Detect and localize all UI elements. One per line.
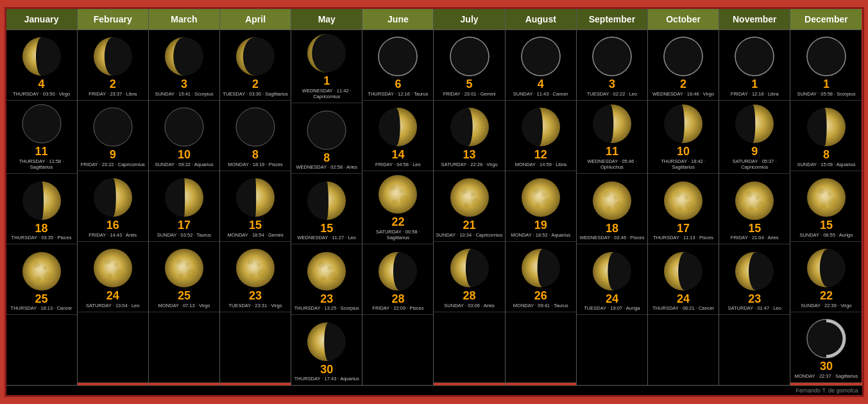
month-col-june: June6THURSDAY · 12:16 · Taurus14FRIDAY ·… <box>362 9 434 385</box>
moon-date-april-1: 8 <box>252 149 259 162</box>
moon-image-february-1 <box>92 106 133 147</box>
moon-info-july-2: SUNDAY · 10:34 · Capricornius <box>436 232 503 239</box>
moon-cell-march-4 <box>149 312 219 383</box>
moon-image-september-1 <box>591 103 633 144</box>
moon-info-february-3: SATURDAY · 13:04 · Leo <box>86 303 139 309</box>
moon-cell-july-4 <box>434 312 504 383</box>
moon-date-march-1: 10 <box>178 149 191 162</box>
moon-info-august-3: MONDAY · 09:41 · Taurus <box>513 303 568 309</box>
moon-info-september-1: WEDNESDAY · 05:46 · Ophiuchus <box>578 158 646 171</box>
moon-image-march-2 <box>164 177 205 218</box>
moon-date-february-0: 2 <box>110 78 116 91</box>
moon-image-july-1 <box>449 106 490 147</box>
moon-cell-february-1: 9FRIDAY · 23:22 · Capricornius <box>78 101 148 171</box>
moon-info-june-3: FRIDAY · 22:09 · Pisces <box>372 305 423 312</box>
moon-date-october-1: 10 <box>677 146 690 158</box>
moon-date-september-2: 18 <box>606 223 618 235</box>
moon-date-may-4: 30 <box>320 364 333 376</box>
moon-info-december-4: MONDAY · 22:37 · Sagittarius <box>794 373 858 380</box>
moon-info-august-2: MONDAY · 18:52 · Aquarius <box>511 232 570 239</box>
moon-info-february-1: FRIDAY · 23:22 · Capricornius <box>81 162 145 168</box>
moon-cell-october-0: 2WEDNESDAY · 18:46 · Virgo <box>648 30 719 101</box>
moon-date-june-1: 14 <box>391 149 404 162</box>
month-col-september: September3TUESDAY · 02:22 · Leo11WEDNESD… <box>577 9 648 385</box>
month-col-july: July5FRIDAY · 23:01 · Gemini13SATURDAY ·… <box>434 9 505 385</box>
moon-info-october-1: THURSDAY · 18:42 · Sagittarius <box>649 158 717 171</box>
moon-cell-november-2: 15FRIDAY · 21:04 · Aries <box>719 174 790 244</box>
moon-cell-august-2: 19MONDAY · 18:52 · Aquarius <box>506 171 576 242</box>
moon-date-august-0: 4 <box>538 78 544 91</box>
moon-info-march-1: SUNDAY · 09:22 · Aquarius <box>155 162 213 168</box>
moon-image-april-2 <box>235 177 276 218</box>
moon-image-february-3 <box>92 248 133 289</box>
moon-date-february-1: 9 <box>110 149 116 162</box>
moon-date-november-3: 23 <box>748 293 761 306</box>
moon-info-may-3: THURSDAY · 13:25 · Scorpius <box>294 305 359 312</box>
moon-image-july-3 <box>449 248 490 289</box>
moon-date-august-3: 26 <box>534 290 547 303</box>
moon-cell-august-4 <box>506 312 576 383</box>
moon-info-march-0: SUNDAY · 15:41 · Scorpius <box>155 91 213 97</box>
moon-info-january-2: THURSDAY · 03:35 · Pisces <box>12 235 72 241</box>
moon-cell-january-0: 4THURSDAY · 03:50 · Virgo <box>6 30 77 101</box>
month-header-april: April <box>220 9 291 30</box>
moon-date-may-2: 15 <box>320 223 333 235</box>
moon-cell-july-1: 13SATURDAY · 22:28 · Virgo <box>434 101 504 171</box>
moon-date-march-3: 25 <box>178 290 191 303</box>
moon-info-january-0: THURSDAY · 03:50 · Virgo <box>13 91 70 97</box>
moon-image-july-0 <box>449 36 490 77</box>
moon-image-january-3 <box>21 251 62 292</box>
moon-info-october-3: THURSDAY · 08:21 · Cancer <box>652 305 714 312</box>
moon-info-september-2: WEDNESDAY · 02:46 · Pisces <box>579 235 644 241</box>
moon-cell-september-3: 24TUESDAY · 19:07 · Auriga <box>577 244 647 315</box>
moon-cell-october-2: 17THURSDAY · 11:13 · Pisces <box>648 174 719 244</box>
moon-image-november-1 <box>734 103 775 144</box>
month-col-november: November1FRIDAY · 12:16 · Libra9SATURDAY… <box>719 9 790 385</box>
moon-cell-may-3: 23THURSDAY · 13:25 · Scorpius <box>291 244 362 315</box>
moon-image-april-3 <box>235 248 276 289</box>
moon-image-february-2 <box>92 177 133 218</box>
moon-cell-june-1: 14FRIDAY · 04:58 · Leo <box>362 101 433 171</box>
moon-image-november-3 <box>734 251 775 292</box>
moon-info-july-0: FRIDAY · 23:01 · Gemini <box>443 91 496 97</box>
calendar-grid: January4THURSDAY · 03:50 · Virgo11THURSD… <box>6 9 862 385</box>
moon-cell-june-4 <box>362 315 433 385</box>
moon-image-december-3 <box>806 248 847 289</box>
moon-cell-april-3: 23TUESDAY · 23:31 · Virgo <box>220 242 291 312</box>
moon-cell-october-3: 24THURSDAY · 08:21 · Cancer <box>648 244 719 315</box>
moon-image-august-2 <box>520 177 561 218</box>
moon-cell-august-0: 4SUNDAY · 11:43 · Cancer <box>506 30 576 101</box>
moon-image-october-3 <box>663 251 704 292</box>
moon-cell-may-0: 1WEDNESDAY · 11:42 · Capricornius <box>291 30 362 103</box>
moon-cell-september-2: 18WEDNESDAY · 02:46 · Pisces <box>577 174 647 244</box>
moon-info-july-1: SATURDAY · 22:28 · Virgo <box>441 162 497 168</box>
month-header-march: March <box>149 9 219 30</box>
moon-cell-december-2: 15SUNDAY · 08:55 · Aurigo <box>790 171 862 242</box>
month-header-july: July <box>434 9 504 30</box>
moon-info-april-1: MONDAY · 18:19 · Pisces <box>228 162 283 168</box>
moon-info-may-4: THURSDAY · 17:43 · Aquarius <box>294 376 359 382</box>
month-header-november: November <box>719 9 790 30</box>
moon-cell-july-3: 28SUNDAY · 03:06 · Aries <box>434 242 504 312</box>
moon-info-november-1: SATURDAY · 05:37 · Capricornius <box>720 158 788 171</box>
moon-date-july-3: 28 <box>463 290 476 303</box>
moon-cell-november-0: 1FRIDAY · 12:16 · Libra <box>719 30 790 101</box>
moon-info-july-3: SUNDAY · 03:06 · Aries <box>444 303 495 309</box>
moon-info-march-2: SUNDAY · 03:52 · Taurus <box>157 232 211 239</box>
moon-date-june-2: 22 <box>391 216 404 229</box>
moon-cell-april-0: 2TUESDAY · 03:30 · Sagittarius <box>220 30 291 101</box>
moon-date-july-0: 5 <box>466 78 473 91</box>
moon-cell-july-0: 5FRIDAY · 23:01 · Gemini <box>434 30 504 101</box>
moon-info-december-2: SUNDAY · 08:55 · Aurigo <box>799 232 853 239</box>
moon-date-september-0: 3 <box>609 78 615 91</box>
moon-cell-june-2: 22SATURDAY · 00:58 · Sagittarius <box>362 171 433 244</box>
moon-cell-june-3: 28FRIDAY · 22:09 · Pisces <box>362 244 433 315</box>
moon-date-december-1: 8 <box>823 149 830 162</box>
moon-image-february-0 <box>92 36 133 77</box>
moon-image-october-2 <box>663 180 704 221</box>
moon-info-january-1: THURSDAY · 11:58 · Sagittarius <box>8 158 76 171</box>
moon-image-march-0 <box>164 36 205 77</box>
moon-date-may-1: 8 <box>323 152 330 165</box>
moon-image-march-3 <box>164 248 205 289</box>
moon-image-october-1 <box>663 103 704 144</box>
